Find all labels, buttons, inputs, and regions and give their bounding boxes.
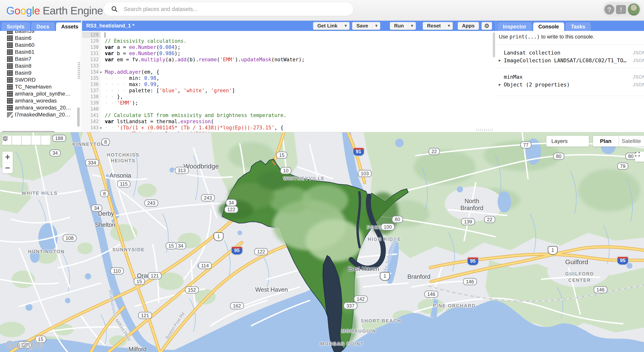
search-bar[interactable]	[104, 2, 353, 16]
asset-item[interactable]: Basin8	[7, 62, 32, 70]
apps-button[interactable]: Apps	[458, 22, 479, 30]
google-watermark: Google	[6, 338, 44, 350]
console-entry-value[interactable]: ImageCollection LANDSAT/LC08/C02/T1_TO…	[504, 58, 626, 64]
json-badge[interactable]: JSON	[633, 58, 644, 63]
tab-inspector[interactable]: Inspector	[498, 22, 532, 31]
code-line[interactable]: 137· · · · palette: ['blue', 'white', 'g…	[82, 88, 496, 94]
settings-gear-icon[interactable]: ⚙	[482, 22, 492, 30]
feedback-icon[interactable]: !	[616, 5, 626, 14]
asset-item[interactable]: amhara_woredas_20…	[7, 104, 71, 111]
code-line[interactable]: 143▼· · '(Tb/(1 + (0.001145* (Tb / 1.438…	[82, 124, 496, 131]
code-line[interactable]: 138· · },	[82, 94, 496, 100]
code-line[interactable]: 128	[82, 32, 496, 38]
code-line[interactable]: 130var a = ee.Number(0.004);	[82, 44, 496, 50]
json-badge[interactable]: JSON	[633, 50, 644, 56]
polygon-icon[interactable]	[31, 136, 40, 145]
editor-resize-handle[interactable]	[476, 128, 493, 131]
code-line[interactable]: 129// Emissivity calculations.	[82, 38, 496, 44]
map-view[interactable]: WoodbridgeAnsoniaDerbySheltonOrangeWest …	[0, 132, 644, 352]
zoom-out-button[interactable]: −	[2, 163, 13, 174]
tab-console[interactable]: Console	[533, 22, 564, 31]
code-line[interactable]: 142var lstLandsat = thermal.expression(	[82, 118, 496, 124]
map-label: Milford	[128, 346, 146, 352]
route-badge: 115	[117, 180, 130, 188]
draw-toolbar	[2, 136, 51, 145]
asset-item[interactable]: Basin60	[7, 42, 34, 48]
line-number: 142	[82, 118, 100, 124]
plan-button[interactable]: Plan	[593, 136, 618, 146]
fold-arrow-icon[interactable]: ▼	[100, 70, 102, 74]
tab-docs[interactable]: Docs	[31, 22, 54, 31]
point-marker-icon[interactable]	[12, 136, 21, 145]
asset-vscrollbar[interactable]	[77, 107, 80, 127]
table-asset-icon	[7, 105, 13, 111]
search-input[interactable]	[124, 6, 336, 12]
reset-button[interactable]: Reset ▼	[423, 22, 453, 30]
asset-item[interactable]: amhara_pilot_synthe…	[7, 90, 70, 97]
reset-dropdown-icon[interactable]: ▼	[445, 22, 453, 30]
asset-item[interactable]: Basin6	[7, 34, 32, 42]
line-number: 141	[82, 112, 100, 118]
asset-item[interactable]: TC_NewHaven	[7, 83, 52, 90]
polyline-icon[interactable]	[22, 136, 31, 145]
tab-scripts[interactable]: Scripts	[2, 22, 30, 31]
map-label: HEIGHTS	[111, 158, 136, 164]
code-line[interactable]: 135· · · · min: 0.98,	[82, 75, 496, 81]
json-badge[interactable]: JSON	[633, 74, 644, 80]
route-badge: 146	[424, 291, 438, 298]
map-label: West Haven	[255, 286, 288, 293]
workspace-panels: Scripts Docs Assets Basin59Basin6Basin60…	[0, 21, 644, 132]
table-asset-icon	[7, 84, 13, 90]
get-link-button[interactable]: Get Link ▼	[313, 22, 350, 30]
top-header: GoogleEarth Engine ? !	[0, 0, 644, 21]
code-line[interactable]: 140	[82, 106, 496, 112]
code-line[interactable]: 139· · 'EMM');	[82, 100, 496, 106]
tab-assets[interactable]: Assets	[56, 22, 81, 31]
expand-arrow-icon[interactable]: ▸	[499, 58, 501, 63]
satellite-button[interactable]: Satellite	[618, 136, 644, 146]
asset-list: Basin59Basin6Basin60Basin61Basin7Basin8B…	[0, 31, 81, 132]
assets-panel: Scripts Docs Assets Basin59Basin6Basin60…	[0, 21, 81, 132]
get-link-dropdown-icon[interactable]: ▼	[342, 22, 350, 30]
run-dropdown-icon[interactable]: ▼	[408, 22, 416, 30]
asset-name: Basin7	[15, 56, 32, 62]
avatar[interactable]	[628, 4, 640, 16]
console-entry-value[interactable]: Object (2 properties)	[504, 82, 570, 88]
expand-arrow-icon[interactable]: ▸	[499, 82, 501, 87]
layers-button[interactable]: Layers	[546, 136, 589, 146]
asset-item[interactable]: l7maskedMedian_20…	[7, 111, 70, 118]
asset-item[interactable]: Basin7	[7, 56, 32, 62]
asset-item[interactable]: SWORD	[7, 76, 36, 83]
json-badge[interactable]: JSON	[633, 82, 644, 88]
code-line[interactable]: 136· · · · max: 0.99,	[82, 81, 496, 88]
route-badge: 22	[484, 216, 495, 223]
code-text: var b = ee.Number(0.986);	[100, 50, 180, 56]
tab-tasks[interactable]: Tasks	[566, 22, 590, 31]
google-earth-engine-logo[interactable]: GoogleEarth Engine	[6, 4, 103, 17]
fold-arrow-icon[interactable]: ▼	[100, 126, 102, 130]
code-area[interactable]: 128129// Emissivity calculations.130var …	[82, 31, 496, 132]
run-button[interactable]: Run ▼	[390, 22, 416, 30]
asset-item[interactable]: Basin59	[7, 31, 34, 34]
asset-item[interactable]: amhara_woredas	[7, 97, 57, 104]
help-icon[interactable]: ?	[604, 4, 614, 14]
editor-vscrollbar[interactable]	[493, 32, 495, 58]
code-line[interactable]: 132var em = fv.multiply(a).add(b).rename…	[82, 56, 496, 63]
panel-resize-handle[interactable]	[78, 62, 80, 80]
code-line[interactable]: 133	[82, 63, 496, 69]
route-badge: 79	[617, 163, 628, 170]
code-line[interactable]: 134▼Map.addLayer(em, {	[82, 69, 496, 75]
code-line[interactable]: 141// Calculate LST from emissivity and …	[82, 112, 496, 118]
rectangle-icon[interactable]	[41, 136, 50, 145]
fullscreen-icon[interactable]	[635, 152, 644, 162]
route-badge: 34	[50, 150, 61, 157]
map-label: WHITE HILLS	[22, 190, 58, 196]
code-line[interactable]: 131var b = ee.Number(0.986);	[82, 50, 496, 56]
zoom-in-button[interactable]: +	[2, 152, 13, 162]
code-line[interactable]: 144· · · · 'Tb': thermal.select('B10'),	[82, 131, 496, 132]
map-label: SUNNYSIDE	[112, 247, 145, 252]
save-dropdown-icon[interactable]: ▼	[372, 22, 380, 30]
save-button[interactable]: Save ▼	[352, 22, 380, 30]
asset-item[interactable]: Basin61	[7, 48, 34, 56]
asset-item[interactable]: Basin9	[7, 70, 32, 76]
